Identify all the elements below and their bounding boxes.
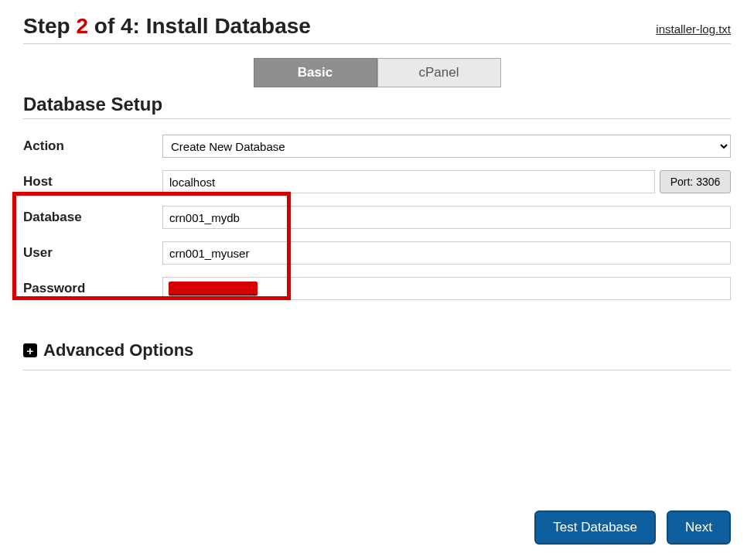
port-button[interactable]: Port: 3306 [660,170,731,193]
action-select[interactable]: Create New Database [162,135,731,158]
advanced-options-toggle[interactable]: + Advanced Options [23,340,731,370]
step-prefix: Step [23,14,76,38]
plus-icon: + [23,343,37,357]
advanced-options-label: Advanced Options [43,340,193,360]
user-input[interactable] [162,241,731,265]
tab-basic[interactable]: Basic [254,58,377,87]
section-title-database-setup: Database Setup [23,94,731,119]
host-input[interactable] [162,170,655,193]
database-label: Database [23,210,162,225]
setup-tabs: Basic cPanel [23,58,731,87]
tab-cpanel[interactable]: cPanel [377,58,501,87]
action-label: Action [23,138,162,154]
user-label: User [23,245,162,261]
host-label: Host [23,174,162,190]
installer-log-link[interactable]: installer-log.txt [656,22,731,36]
step-number: 2 [76,14,88,38]
password-redaction [169,282,258,295]
next-button[interactable]: Next [667,510,731,545]
step-title: Step 2 of 4: Install Database [23,14,311,39]
database-input[interactable] [162,206,731,229]
password-label: Password [23,281,162,296]
database-setup-form: Action Create New Database Host Port: 33… [23,128,731,306]
test-database-button[interactable]: Test Database [534,510,656,545]
step-suffix: of 4: Install Database [88,14,311,38]
